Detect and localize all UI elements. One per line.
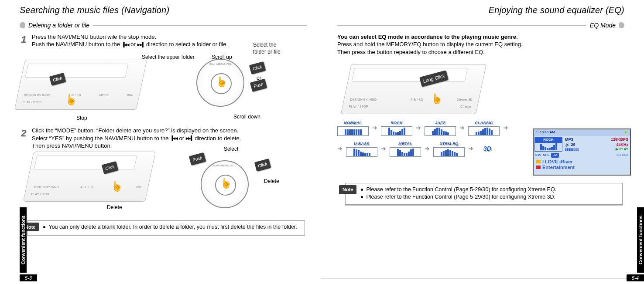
heading-cap — [20, 22, 25, 28]
lcd-screen: ⏲ 10:40 AM 🔋 ROCK MP3128KBPS 🔊 2944KHz ▮… — [533, 128, 631, 176]
lcd-volume: 🔊 29 — [565, 142, 575, 147]
heading-rule — [337, 25, 586, 26]
arrow-icon: ➜ — [416, 124, 421, 132]
forward-icon: ▶▶▌ — [137, 42, 144, 48]
step-1-line2: Push the NAVI/MENU button to the ▐◀◀ or … — [32, 41, 228, 48]
arrow-icon: ➜ — [468, 145, 473, 153]
page-left: Searching the music files (Navigation) D… — [0, 0, 322, 284]
side-tab-label: Convenient functions — [637, 207, 644, 273]
device-label: Xtreme 3D — [457, 97, 473, 101]
device-label: A-B / EQ — [411, 97, 423, 101]
lcd-format: MP3 — [565, 137, 573, 142]
note-item: Please refer to the Function Control (Pa… — [361, 186, 556, 193]
page-number: 5-3 — [20, 274, 37, 281]
eq-rock: ROCK — [381, 120, 412, 136]
device-illustration: DESIGN BY INNO A-B / EQ Xtre PLAY / STOP — [23, 152, 156, 202]
eq-metal: METAL — [390, 141, 421, 157]
annotation-delete: Delete — [264, 178, 279, 185]
step-1-line1: Press the NAVI/MENU button wile the stop… — [32, 33, 228, 41]
eq-bars-icon — [346, 147, 377, 157]
eq-bars-icon — [337, 126, 369, 136]
text: or — [130, 41, 137, 47]
step-2-text: Click the “MODE” button. “Folder delete … — [32, 127, 241, 150]
arrow-icon: ➜ — [337, 145, 343, 153]
eq-bars-icon — [390, 147, 421, 157]
rewind-icon: ▐◀◀ — [170, 135, 178, 142]
note-tag: Note — [339, 185, 356, 194]
device-label: Charge — [460, 104, 471, 108]
device-illustration: DESIGN BY INNO A-B / EQ Xtreme 3D PLAY /… — [341, 64, 486, 114]
figure-step1: DESIGN BY INNO A-B / EQ MODE Xtre PLAY /… — [20, 50, 307, 124]
lcd-line2: Entertainment — [542, 165, 575, 170]
device-label: PLAY / STOP — [23, 100, 42, 104]
side-tab: Convenient functions — [20, 207, 27, 273]
joystick-label: NAVI-MENU-VOL — [197, 62, 243, 66]
lcd-da: DA — [551, 153, 558, 158]
arrow-icon: ➜ — [459, 124, 465, 132]
step-1-number: 1 — [20, 33, 27, 48]
device-label: Xtre — [127, 93, 133, 97]
device-label: PLAY / STOP — [31, 192, 51, 196]
lcd-elapsed: 00 1:02 — [617, 153, 628, 158]
eq-normal: NORMAL — [337, 120, 369, 136]
arrow-icon: ➜ — [381, 145, 386, 153]
lcd-status-bar: ⏲ 10:40 AM 🔋 — [534, 129, 630, 136]
text: Push the NAVI/MENU button to the — [32, 41, 122, 47]
lcd-title-text: I LOVE iRiver Entertainment — [534, 158, 630, 171]
hand-icon: ☝ — [111, 180, 123, 193]
eq-xtrm: XTRM EQ — [433, 141, 465, 157]
eq-jazz: JAZZ — [425, 120, 456, 136]
device-illustration: DESIGN BY INNO A-B / EQ MODE Xtre PLAY /… — [14, 60, 147, 110]
lcd-eq-box: ROCK — [534, 137, 562, 152]
lcd-bitrate: 128KBPS — [611, 137, 628, 142]
hand-icon: ☝ — [65, 94, 77, 107]
lcd-sfl: SFL — [543, 153, 549, 158]
device-label: A-B / EQ — [80, 185, 93, 189]
note-list: You can only delete a blank folder. In o… — [43, 223, 297, 231]
lcd-vol-bar: ▮▮▮▮▮▯▯▯ — [565, 147, 579, 152]
figure-step2: Select DESIGN BY INNO A-B / EQ Xtre PLAY… — [20, 152, 307, 217]
hand-icon: ☝ — [220, 177, 232, 190]
note-box: Note You can only delete a blank folder.… — [27, 220, 305, 236]
eq-classic: CLASSIC — [468, 120, 500, 136]
page-number: 5-4 — [627, 274, 644, 281]
step-2-line3: Then press NAVI/MENU button. — [32, 142, 241, 150]
eq-bars-icon — [425, 126, 456, 136]
section-heading-bar: EQ Mode — [337, 21, 624, 30]
hand-icon: ☝ — [216, 75, 228, 88]
text: or — [179, 135, 185, 142]
folder-icon — [536, 160, 541, 163]
device-label: Xtre — [136, 185, 142, 189]
eq-sequence: NORMAL ➜ ROCK ➜ JAZZ ➜ CLASSIC ➜ ➜ U BAS… — [337, 120, 512, 157]
page-title: Enjoying the sound equalizer (EQ) — [337, 4, 624, 16]
eq-ubass: U BASS — [346, 141, 377, 157]
device-label: DESIGN BY INNO — [350, 97, 377, 101]
device-label: DESIGN BY INNO — [24, 93, 50, 97]
side-tab-label: Convenient functions — [20, 207, 27, 273]
lcd-track-num: 019 — [535, 153, 541, 158]
battery-icon: 🔋 — [624, 130, 628, 135]
annotation-delete: Delete — [107, 204, 122, 211]
eq-3d: 3D — [477, 144, 498, 154]
section-heading: EQ Mode — [590, 21, 616, 30]
page-title: Searching the music files (Navigation) — [20, 4, 307, 16]
section-heading-bar: Deleting a folder or file — [20, 21, 307, 30]
rewind-icon: ▐◀◀ — [122, 42, 129, 48]
intro-bold: You can select EQ mode in accordance to … — [337, 33, 624, 41]
arrow-icon: ➜ — [425, 145, 430, 153]
arrow-icon: ➜ — [503, 124, 508, 132]
side-tab: Convenient functions — [637, 207, 644, 273]
device-label: DESIGN BY INNO — [33, 185, 59, 189]
text: direction to select a folder or file. — [146, 41, 228, 47]
annotation-scroll-down: Scroll down — [233, 113, 260, 120]
eq-label: U BASS — [346, 141, 377, 146]
step-2-line2: Select “YES” by pushing the NAVI/MENU bu… — [32, 135, 241, 142]
step-1-text: Press the NAVI/MENU button wile the stop… — [32, 33, 228, 48]
eq-label: CLASSIC — [468, 120, 500, 125]
annotation-stop: Stop — [76, 115, 87, 122]
eq-label: JAZZ — [425, 120, 456, 125]
intro-line3: Then press the button repeatedly to choo… — [337, 48, 624, 56]
lcd-info: MP3128KBPS 🔊 2944KHz ▮▮▮▮▮▯▯▯▶ PLAY — [563, 136, 630, 152]
eq-label: ROCK — [381, 120, 412, 125]
eq-bars-icon — [468, 126, 500, 136]
